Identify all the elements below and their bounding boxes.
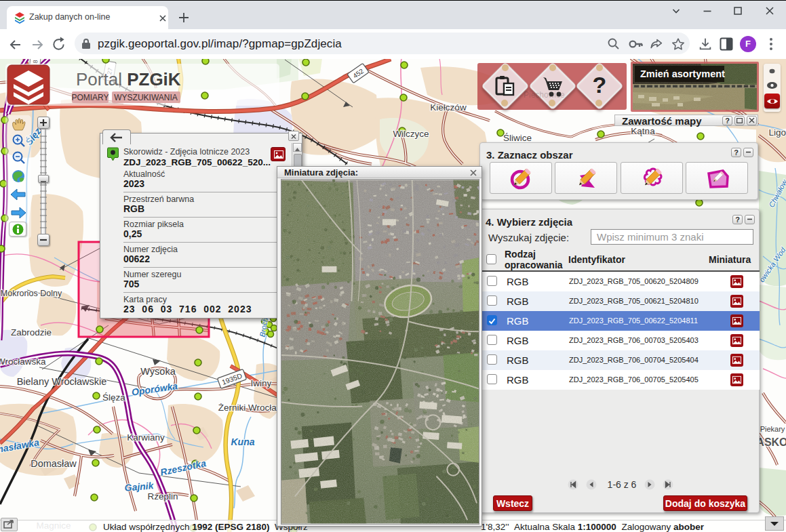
svg-text:Kuna: Kuna <box>231 436 255 447</box>
svg-text:Kątna: Kątna <box>631 126 655 136</box>
svg-text:Zabrodzie: Zabrodzie <box>11 327 52 337</box>
svg-text:ś Wrocławska: ś Wrocławska <box>0 356 46 367</box>
svg-text:Bielany Wrocławskie: Bielany Wrocławskie <box>17 376 107 387</box>
svg-text:Ślęza: Ślęza <box>102 392 125 403</box>
svg-text:Portal PZGiK: Portal PZGiK <box>76 69 181 89</box>
svg-text:POMIARY: POMIARY <box>71 93 109 102</box>
svg-text:Wilczyce: Wilczyce <box>393 129 429 139</box>
svg-text:ASKOW: ASKOW <box>756 436 786 448</box>
svg-text:Piekary: Piekary <box>760 425 785 433</box>
svg-text:Kiełczów: Kiełczów <box>430 102 467 112</box>
svg-text:Wysoka: Wysoka <box>140 366 176 377</box>
svg-text:Iwiny: Iwiny <box>251 378 272 388</box>
svg-text:Śliwice: Śliwice <box>503 133 532 143</box>
svg-text:?: ? <box>593 72 607 98</box>
svg-text:WYSZUKIWANIA: WYSZUKIWANIA <box>114 93 178 102</box>
svg-text:Karwiany: Karwiany <box>127 432 165 443</box>
svg-text:Mokronos Dolny: Mokronos Dolny <box>1 289 62 298</box>
svg-text:Domasław: Domasław <box>31 458 77 469</box>
svg-text:Rzeplin: Rzeplin <box>147 491 178 502</box>
svg-text:Ligota: Ligota <box>769 127 786 138</box>
